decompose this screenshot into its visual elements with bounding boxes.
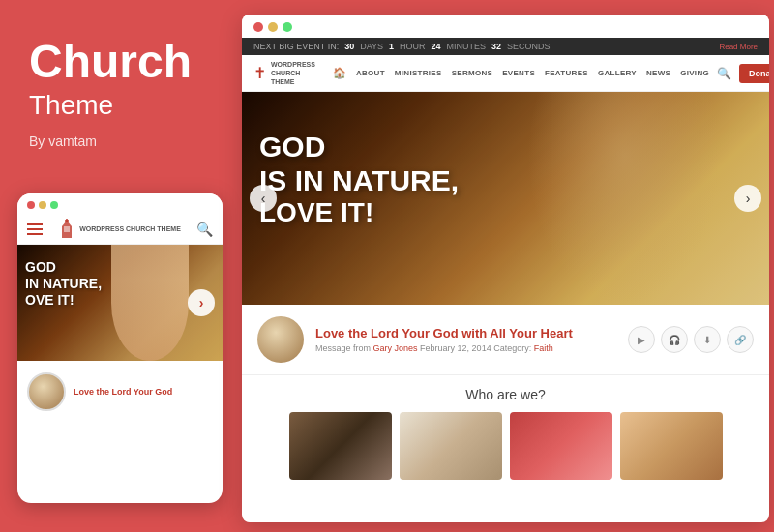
event-label: NEXT BIG EVENT IN: bbox=[253, 42, 339, 51]
event-days-num: 30 bbox=[344, 42, 354, 51]
who-title: Who are we? bbox=[257, 387, 754, 402]
mobile-hero-person bbox=[111, 245, 189, 361]
mobile-next-arrow[interactable]: › bbox=[188, 289, 215, 316]
desktop-search-icon[interactable]: 🔍 bbox=[717, 67, 731, 80]
mobile-hero-text: GOD IN NATURE, OVE IT! bbox=[25, 259, 102, 308]
mobile-post-avatar bbox=[27, 372, 66, 411]
mobile-hero: GOD IN NATURE, OVE IT! › bbox=[17, 245, 223, 361]
desktop-hero: GOD IS IN NATURE, LOVE IT! ‹ › bbox=[242, 92, 769, 305]
desktop-logo: ✝ WORDPRESS CHURCH THEME bbox=[253, 60, 315, 86]
event-seconds-num: 32 bbox=[491, 42, 501, 51]
post-category-label: Category: bbox=[493, 343, 531, 353]
post-actions: ▶ 🎧 ⬇ 🔗 bbox=[628, 326, 754, 353]
hero-silhouette bbox=[527, 92, 721, 305]
post-title[interactable]: Love the Lord Your God with All Your Hea… bbox=[315, 326, 616, 340]
mobile-content: Love the Lord Your God bbox=[17, 361, 223, 419]
nav-item-giving[interactable]: GIVING bbox=[680, 69, 709, 77]
app-author: By vamtam bbox=[29, 133, 208, 149]
post-row: Love the Lord Your God with All Your Hea… bbox=[242, 305, 769, 375]
app-title-church: Church bbox=[29, 39, 208, 85]
who-image-2 bbox=[400, 412, 502, 480]
mobile-dot-yellow bbox=[39, 201, 46, 209]
desktop-home-icon[interactable]: 🏠 bbox=[333, 67, 346, 79]
mobile-nav: WORDPRESS CHURCH THEME 🔍 bbox=[17, 215, 223, 245]
nav-item-events[interactable]: EVENTS bbox=[502, 69, 535, 77]
nav-item-about[interactable]: ABOUT bbox=[356, 69, 385, 77]
left-panel: Church Theme By vamtam WORDPRESS CHURCH … bbox=[0, 0, 237, 532]
church-logo-icon bbox=[58, 219, 75, 240]
mobile-mockup: WORDPRESS CHURCH THEME 🔍 GOD IN NATURE, … bbox=[17, 193, 223, 503]
who-images bbox=[257, 412, 754, 480]
event-countdown-bar: NEXT BIG EVENT IN: 30 DAYS 1 HOUR 24 MIN… bbox=[242, 38, 769, 55]
post-link-button[interactable]: 🔗 bbox=[727, 326, 754, 353]
desktop-mockup: NEXT BIG EVENT IN: 30 DAYS 1 HOUR 24 MIN… bbox=[242, 15, 769, 522]
mobile-post-title: Love the Lord Your God bbox=[74, 386, 172, 399]
event-minutes-unit: MINUTES bbox=[447, 42, 487, 51]
post-download-button[interactable]: ⬇ bbox=[694, 326, 721, 353]
desktop-window-dots bbox=[253, 22, 292, 32]
app-title-theme: Theme bbox=[29, 89, 208, 122]
mobile-window-dots bbox=[27, 201, 58, 209]
desktop-nav: ✝ WORDPRESS CHURCH THEME 🏠 ABOUT MINISTR… bbox=[242, 55, 769, 92]
mobile-dot-red bbox=[27, 201, 35, 209]
desktop-logo-text: WORDPRESS CHURCH THEME bbox=[271, 60, 315, 86]
desktop-church-icon: ✝ bbox=[253, 64, 266, 82]
hero-line3: LOVE IT! bbox=[259, 197, 459, 228]
desktop-dot-yellow bbox=[268, 22, 278, 32]
event-seconds-unit: SECONDS bbox=[507, 42, 551, 51]
mobile-dot-green bbox=[50, 201, 58, 209]
hero-next-arrow[interactable]: › bbox=[734, 185, 761, 212]
event-hours-num: 1 bbox=[389, 42, 394, 51]
desktop-nav-items: ABOUT MINISTRIES SERMONS EVENTS FEATURES… bbox=[356, 69, 709, 77]
desktop-dot-red bbox=[253, 22, 263, 32]
nav-item-features[interactable]: FEATURES bbox=[545, 69, 588, 77]
post-headphones-button[interactable]: 🎧 bbox=[661, 326, 688, 353]
hero-prev-arrow[interactable]: ‹ bbox=[250, 185, 277, 212]
post-date: February 12, 2014 bbox=[420, 343, 491, 353]
nav-item-news[interactable]: NEWS bbox=[646, 69, 670, 77]
post-info: Love the Lord Your God with All Your Hea… bbox=[315, 326, 616, 353]
who-image-1 bbox=[289, 412, 392, 480]
desktop-dot-green bbox=[283, 22, 292, 32]
donate-button[interactable]: Donate bbox=[739, 64, 769, 83]
hero-line2: IS IN NATURE, bbox=[259, 164, 459, 198]
mobile-logo: WORDPRESS CHURCH THEME bbox=[58, 219, 181, 240]
who-image-4 bbox=[620, 412, 723, 480]
nav-item-sermons[interactable]: SERMONS bbox=[452, 69, 493, 77]
post-author-avatar bbox=[257, 316, 304, 363]
event-days-unit: DAYS bbox=[360, 42, 383, 51]
desktop-hero-text: GOD IS IN NATURE, LOVE IT! bbox=[259, 131, 459, 228]
post-category[interactable]: Faith bbox=[534, 343, 553, 353]
hero-line1: GOD bbox=[259, 131, 459, 164]
who-image-3 bbox=[510, 412, 612, 480]
post-meta: Message from Gary Jones February 12, 201… bbox=[315, 343, 616, 353]
mobile-post-row: Love the Lord Your God bbox=[27, 372, 213, 411]
nav-item-gallery[interactable]: GALLERY bbox=[598, 69, 637, 77]
mobile-search-icon[interactable]: 🔍 bbox=[196, 222, 213, 237]
post-meta-prefix: Message from bbox=[315, 343, 371, 353]
who-section: Who are we? bbox=[242, 375, 769, 489]
hamburger-icon[interactable] bbox=[27, 223, 43, 235]
mobile-logo-text: WORDPRESS CHURCH THEME bbox=[79, 224, 181, 233]
desktop-top-bar bbox=[242, 15, 769, 38]
event-hours-unit: HOUR bbox=[400, 42, 426, 51]
nav-item-ministries[interactable]: MINISTRIES bbox=[395, 69, 442, 77]
post-play-button[interactable]: ▶ bbox=[628, 326, 655, 353]
event-minutes-num: 24 bbox=[432, 42, 441, 51]
event-read-more[interactable]: Read More bbox=[719, 43, 758, 51]
post-author-name[interactable]: Gary Jones bbox=[373, 343, 418, 353]
mobile-top-bar bbox=[17, 193, 223, 215]
